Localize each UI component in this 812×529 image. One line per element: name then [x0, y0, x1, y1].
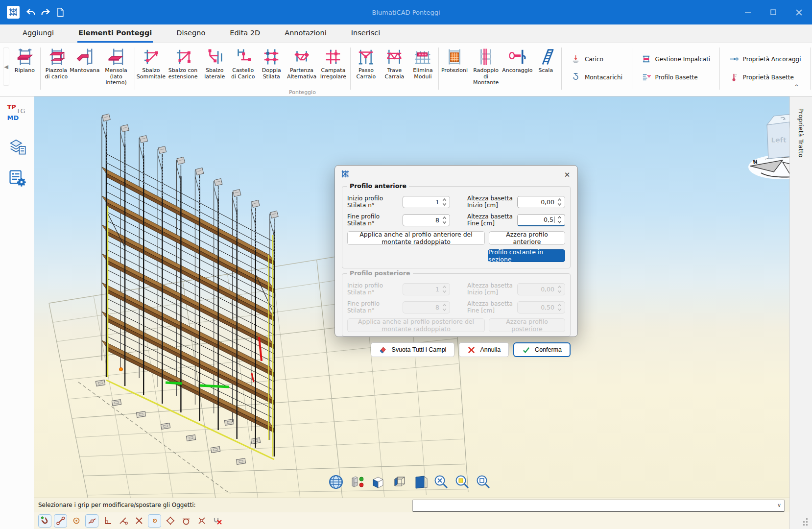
ribbon-item-proprietà-ancoraggi[interactable]: Proprietà Ancoraggi: [729, 54, 801, 64]
rear-hstart-value: 0,00: [522, 286, 554, 293]
snap-apparent-intersection-icon[interactable]: [195, 514, 208, 528]
command-input[interactable]: ∨: [412, 500, 785, 512]
ribbon-item-sbalzo-con-estensione[interactable]: Sbalzo con estensione: [166, 46, 200, 91]
spinner-updown-icon[interactable]: [557, 215, 562, 224]
app-icon[interactable]: [7, 6, 20, 19]
eraser-icon: [379, 346, 387, 354]
ribbon-item-sbalzo-sommitale[interactable]: Sbalzo Sommitale: [137, 46, 166, 91]
ribbon-item-carico[interactable]: Carico: [571, 54, 622, 64]
constant-profile-button[interactable]: Profilo costante in sezione: [488, 249, 565, 262]
zoom-previous-icon[interactable]: [475, 474, 492, 490]
ribbon-item-profilo-basette[interactable]: Profilo Basette: [642, 72, 711, 82]
ribbon-item-scala[interactable]: Scala: [531, 46, 560, 91]
dialog-title-bar[interactable]: ✕: [342, 169, 571, 181]
front-end-spinner[interactable]: 8: [403, 214, 450, 226]
tab-inserisci[interactable]: Inserisci: [350, 25, 382, 43]
confirm-label: Conferma: [535, 346, 562, 353]
new-document-icon[interactable]: [53, 5, 68, 20]
ribbon-item-campata-irregolare[interactable]: Campata Irregolare: [318, 46, 349, 91]
chevron-down-icon[interactable]: ∨: [777, 502, 781, 508]
snap-point-icon[interactable]: [148, 514, 161, 528]
snap-perpendicular-icon[interactable]: [101, 514, 114, 528]
maximize-button[interactable]: [764, 4, 783, 21]
view-globe-icon[interactable]: [328, 474, 344, 490]
wireframe-view-icon[interactable]: [391, 474, 407, 490]
report-settings-icon[interactable]: [7, 168, 27, 188]
iso-view-icon[interactable]: [370, 474, 386, 490]
ribbon-collapse-icon[interactable]: ⌃: [794, 83, 799, 91]
snap-intersection-icon[interactable]: [132, 514, 145, 528]
ribbon-item-montacarichi[interactable]: Montacarichi: [571, 72, 622, 82]
snap-center-icon[interactable]: [70, 514, 83, 528]
tab-annotazioni[interactable]: Annotazioni: [284, 25, 327, 43]
ribbon-item-proprietà-basette[interactable]: Proprietà Basette: [729, 72, 801, 82]
ribbon-scroll-left-icon[interactable]: ◀: [3, 48, 9, 86]
spinner-updown-icon[interactable]: [442, 197, 447, 207]
front-start-spinner[interactable]: 1: [403, 196, 450, 208]
view-cube[interactable]: N Left: [716, 111, 789, 180]
snap-disable-icon[interactable]: [211, 514, 224, 528]
shaded-view-icon[interactable]: [412, 474, 429, 490]
layers-icon[interactable]: [7, 137, 27, 156]
ribbon-item-partenza-alternativa[interactable]: Partenza Alternativa: [286, 46, 318, 91]
frame-canopy-icon: [75, 46, 95, 66]
resize-grip[interactable]: [802, 518, 809, 525]
ribbon-item-mensola-lato-interno[interactable]: Mensola (lato interno): [99, 46, 133, 91]
double-post-icon: [476, 46, 496, 66]
ribbon-item-sbalzo-laterale[interactable]: Sbalzo laterale: [200, 46, 229, 91]
tab-aggiungi[interactable]: Aggiungi: [22, 25, 55, 43]
spinner-updown-icon: [442, 303, 447, 312]
snap-midpoint-icon[interactable]: [85, 514, 98, 528]
anchor-props-icon: [729, 54, 739, 64]
frame-deck-double-icon: [47, 46, 66, 66]
dialog-close-icon[interactable]: ✕: [563, 170, 572, 179]
green-check-icon: [522, 346, 530, 354]
tab-elementi-ponteggi[interactable]: Elementi Ponteggi: [77, 25, 153, 43]
ribbon-item-ancoraggio[interactable]: Ancoraggio: [503, 46, 531, 91]
front-hstart-spinner[interactable]: 0,00: [517, 196, 565, 208]
snap-tangent-icon[interactable]: [179, 514, 192, 528]
frame-deck-inner-icon: [106, 46, 126, 66]
portal-v-icon: [356, 46, 376, 66]
tab-disegno[interactable]: Disegno: [175, 25, 206, 43]
front-apply-doubled-post-button[interactable]: Applica anche al profilo anteriore del m…: [347, 231, 485, 245]
minimize-button[interactable]: [739, 4, 757, 21]
undo-icon[interactable]: [24, 5, 38, 20]
front-hend-spinner-focused[interactable]: 0,5: [517, 214, 565, 226]
ribbon-item-mantovana[interactable]: Mantovana: [71, 46, 99, 91]
front-reset-button[interactable]: Azzera profilo anteriore: [489, 231, 565, 245]
rear-hend-value: 0,50: [522, 304, 554, 311]
ribbon-item-trave-carraia[interactable]: Trave Carraia: [380, 46, 408, 91]
zoom-extents-icon[interactable]: [433, 474, 450, 490]
ribbon-item-passo-carraio[interactable]: Passo Carraio: [352, 46, 380, 91]
redo-icon[interactable]: [38, 5, 53, 20]
ribbon-item-doppia-stilata[interactable]: Doppia Stilata: [257, 46, 286, 91]
ribbon-item-castello-di-carico[interactable]: Castello di Carico: [229, 46, 257, 91]
ribbon-row: ◀ RipianoPiazzola di caricoMantovanaMens…: [0, 43, 812, 91]
ribbon-item-label: Campata Irregolare: [320, 68, 347, 80]
zoom-window-icon[interactable]: [454, 474, 471, 490]
ribbon-item-radoppio-di-montante[interactable]: Radoppio di Montante: [469, 46, 503, 91]
command-prompt: Selezionare i grip per modificare/sposta…: [38, 502, 196, 508]
ucs-origin-icon[interactable]: [349, 474, 365, 490]
ribbon-item-ripiano[interactable]: Ripiano: [10, 46, 39, 91]
tab-edita-2d[interactable]: Edita 2D: [229, 25, 261, 43]
ribbon-item-elimina-moduli[interactable]: Elimina Moduli: [408, 46, 437, 91]
close-button[interactable]: [789, 4, 808, 21]
cancel-button[interactable]: Annulla: [459, 342, 509, 357]
layer-states-badge[interactable]: TP TG MD: [6, 103, 28, 125]
snap-endpoint-icon[interactable]: [54, 514, 67, 528]
spinner-updown-icon[interactable]: [442, 216, 447, 225]
snap-magnet-icon[interactable]: [38, 514, 51, 528]
snap-nearest-icon[interactable]: [117, 514, 130, 528]
clear-all-fields-button[interactable]: Svuota Tutti i Campi: [371, 342, 455, 357]
ribbon-item-label: Passo Carraio: [354, 68, 378, 80]
ribbon-item-protezioni[interactable]: Protezioni: [440, 46, 469, 91]
confirm-button[interactable]: Conferma: [513, 342, 571, 357]
right-panel-strip[interactable]: Proprietà Tratto: [789, 96, 812, 529]
ribbon-item-piazzola-di-carico[interactable]: Piazzola di carico: [42, 46, 71, 91]
ribbon-item-gestione-impalcati[interactable]: Gestione Impalcati: [642, 54, 711, 64]
spinner-updown-icon[interactable]: [557, 197, 562, 207]
app-glyph-holder: [8, 7, 18, 17]
snap-quadrant-icon[interactable]: [164, 514, 177, 528]
